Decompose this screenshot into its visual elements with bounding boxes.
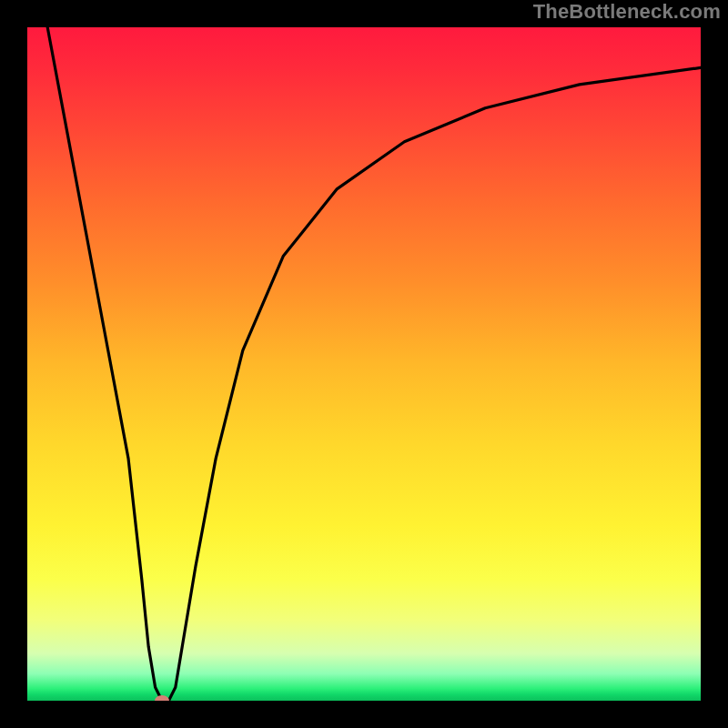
plot-area: [27, 27, 701, 701]
optimal-point-marker: [155, 695, 169, 701]
watermark-text: TheBottleneck.com: [533, 0, 721, 24]
bottleneck-curve: [27, 27, 701, 701]
chart-container: TheBottleneck.com: [0, 0, 728, 728]
